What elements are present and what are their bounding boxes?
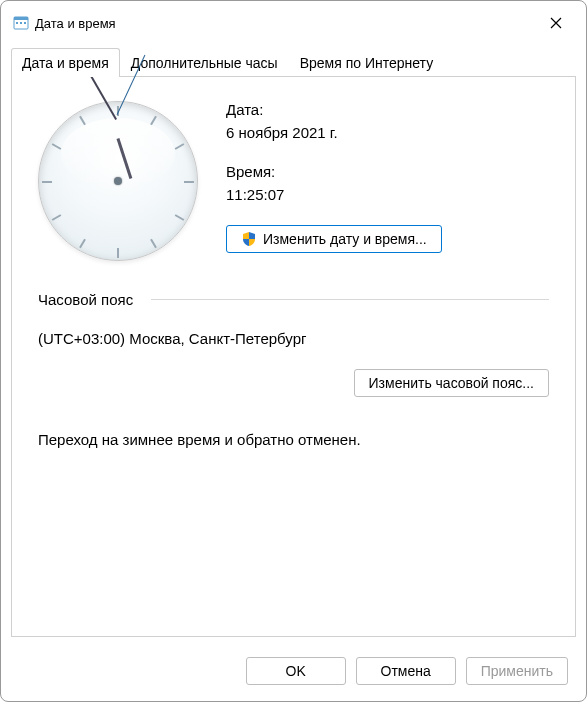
- change-date-time-label: Изменить дату и время...: [263, 231, 427, 247]
- tab-additional-clocks[interactable]: Дополнительные часы: [120, 48, 289, 77]
- close-icon: [550, 17, 562, 29]
- time-value: 11:25:07: [226, 186, 442, 203]
- date-label: Дата:: [226, 101, 442, 118]
- tab-internet-time[interactable]: Время по Интернету: [289, 48, 445, 77]
- time-label: Время:: [226, 163, 442, 180]
- analog-clock: [38, 101, 198, 261]
- footer: OK Отмена Применить: [1, 647, 586, 701]
- ok-button[interactable]: OK: [246, 657, 346, 685]
- apply-button[interactable]: Применить: [466, 657, 568, 685]
- divider: [151, 299, 549, 300]
- cancel-button[interactable]: Отмена: [356, 657, 456, 685]
- tab-date-time[interactable]: Дата и время: [11, 48, 120, 77]
- uac-shield-icon: [241, 231, 257, 247]
- timezone-value: (UTC+03:00) Москва, Санкт-Петербург: [38, 330, 549, 347]
- change-timezone-label: Изменить часовой пояс...: [369, 375, 534, 391]
- svg-rect-2: [16, 22, 18, 24]
- date-time-info: Дата: 6 ноября 2021 г. Время: 11:25:07 И…: [226, 101, 442, 261]
- tab-panel: Дата: 6 ноября 2021 г. Время: 11:25:07 И…: [11, 76, 576, 637]
- dst-note: Переход на зимнее время и обратно отмене…: [38, 431, 549, 448]
- app-icon: [13, 15, 29, 31]
- timezone-heading-row: Часовой пояс: [38, 291, 549, 308]
- svg-rect-3: [20, 22, 22, 24]
- date-value: 6 ноября 2021 г.: [226, 124, 442, 141]
- window-title: Дата и время: [35, 16, 538, 31]
- clock-hour-hand: [117, 138, 133, 179]
- timezone-heading: Часовой пояс: [38, 291, 133, 308]
- svg-rect-1: [14, 17, 28, 20]
- change-date-time-button[interactable]: Изменить дату и время...: [226, 225, 442, 253]
- tabs: Дата и время Дополнительные часы Время п…: [1, 47, 586, 76]
- change-timezone-button[interactable]: Изменить часовой пояс...: [354, 369, 549, 397]
- svg-rect-4: [24, 22, 26, 24]
- titlebar: Дата и время: [1, 1, 586, 41]
- close-button[interactable]: [538, 9, 574, 37]
